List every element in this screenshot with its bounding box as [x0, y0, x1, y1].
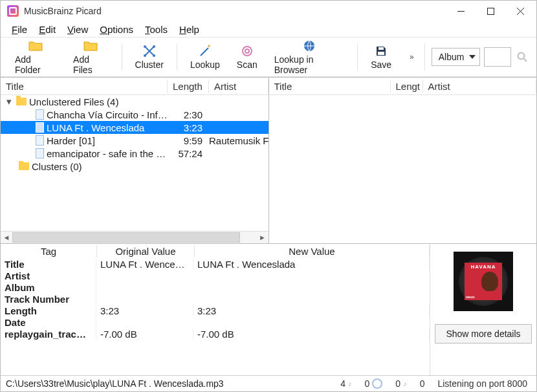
save-icon [375, 44, 387, 58]
add-files-button[interactable]: Add Files [67, 38, 115, 76]
audio-file-icon [36, 122, 44, 133]
globe-icon [303, 39, 315, 53]
svg-rect-9 [378, 52, 384, 55]
window-title: MusicBrainz Picard [24, 6, 102, 16]
left-columns: Title Length Artist [1, 78, 268, 95]
show-more-details-button[interactable]: Show more details [435, 324, 532, 343]
status-files: 4♪ [336, 378, 355, 389]
disclosure-icon[interactable]: ▾ [5, 96, 14, 107]
audio-file-icon [36, 148, 44, 158]
col-length[interactable]: Length [168, 80, 209, 93]
menu-view[interactable]: View [63, 23, 93, 36]
audio-file-icon [36, 109, 44, 120]
cluster-icon [143, 44, 156, 58]
lookup-browser-button[interactable]: Lookup in Browser [268, 38, 351, 76]
metadata-panel: Tag Original Value New Value TitleLUNA F… [1, 243, 536, 375]
col-title[interactable]: Title [269, 80, 391, 93]
tree-file[interactable]: Harder [01] 9:59 Rautemusik F [1, 134, 268, 147]
save-button[interactable]: Save [364, 43, 398, 71]
svg-point-2 [153, 45, 155, 48]
meta-row: Album [1, 281, 430, 293]
scroll-left-icon[interactable]: ◄ [1, 232, 12, 243]
scroll-right-icon[interactable]: ► [257, 232, 268, 243]
add-folder-button[interactable]: Add Folder [8, 38, 63, 76]
col-length[interactable]: Lengt [391, 80, 423, 93]
svg-rect-8 [378, 47, 384, 50]
right-pane: Title Lengt Artist [269, 78, 537, 243]
cover-art-panel: HAVANA vevo Show more details [430, 244, 536, 375]
lookup-button[interactable]: Lookup [184, 43, 226, 71]
meta-col-new[interactable]: New Value [195, 245, 430, 257]
meta-row: TitleLUNA Ft . Wencesl…LUNA Ft . Wencesl… [1, 258, 430, 270]
svg-point-1 [144, 45, 146, 48]
toolbar: Add Folder Add Files Cluster Lookup Scan… [1, 37, 536, 77]
menu-help[interactable]: Help [175, 23, 204, 36]
col-artist[interactable]: Artist [209, 80, 268, 93]
wand-icon [199, 44, 212, 58]
scan-button[interactable]: Scan [230, 43, 264, 71]
close-button[interactable] [505, 1, 535, 21]
meta-col-original[interactable]: Original Value [97, 245, 195, 257]
status-path: C:\Users\33tre\Music\play\LUNA Ft . Wenc… [6, 378, 331, 389]
combo-value: Album [439, 52, 465, 62]
toolbar-label: Save [371, 60, 391, 70]
album-tree [269, 95, 537, 243]
cluster-button[interactable]: Cluster [129, 43, 170, 71]
toolbar-label: Add Folder [15, 54, 56, 75]
toolbar-label: Lookup [190, 60, 220, 70]
minimize-button[interactable] [446, 1, 476, 21]
menu-file[interactable]: File [7, 23, 32, 36]
meta-row: Date [1, 316, 430, 328]
toolbar-label: Cluster [135, 60, 164, 70]
note-icon: ♪ [348, 380, 352, 387]
metadata-rows: TitleLUNA Ft . Wencesl…LUNA Ft . Wencesl… [1, 258, 430, 375]
left-scrollbar[interactable]: ◄ ► [1, 231, 268, 243]
tree-file[interactable]: Chancha Vía Circuito - Inf… 2:30 [1, 108, 268, 121]
status-pending-requests: 0 [416, 378, 429, 389]
toolbar-label: Lookup in Browser [274, 54, 344, 75]
scroll-thumb[interactable] [12, 232, 240, 243]
fingerprint-icon [241, 44, 254, 58]
svg-point-3 [144, 54, 146, 57]
tree-group-clusters[interactable]: Clusters (0) [1, 160, 268, 173]
tree-group-unclustered[interactable]: ▾Unclustered Files (4) [1, 95, 268, 108]
svg-point-4 [153, 54, 155, 57]
col-artist[interactable]: Artist [423, 80, 537, 93]
cover-art[interactable]: HAVANA vevo [454, 252, 513, 311]
menu-tools[interactable]: Tools [140, 23, 172, 36]
meta-row: Length3:233:23 [1, 305, 430, 316]
search-type-combo[interactable]: Album [432, 48, 481, 66]
svg-point-5 [243, 47, 252, 56]
folder-icon [83, 39, 98, 53]
left-pane: Title Length Artist ▾Unclustered Files (… [1, 78, 269, 243]
cover-badge: vevo [466, 295, 475, 299]
cd-icon [372, 378, 382, 389]
tree-file[interactable]: emancipator - safe in the … 57:24 [1, 147, 268, 160]
svg-rect-0 [487, 8, 494, 14]
menu-options[interactable]: Options [95, 23, 138, 36]
status-pending-files: 0♪ [391, 378, 410, 389]
toolbar-label: Add Files [73, 54, 109, 75]
tree-file-selected[interactable]: LUNA Ft . Wenceslada 3:23 [1, 121, 268, 134]
folder-open-icon [28, 39, 43, 53]
col-title[interactable]: Title [1, 80, 168, 93]
status-bar: C:\Users\33tre\Music\play\LUNA Ft . Wenc… [1, 375, 536, 391]
search-input[interactable] [484, 47, 511, 67]
svg-point-10 [518, 53, 524, 60]
right-columns: Title Lengt Artist [269, 78, 537, 95]
toolbar-label: Scan [237, 60, 258, 70]
meta-row: Track Number [1, 293, 430, 305]
maximize-button[interactable] [476, 1, 505, 21]
app-icon [7, 5, 19, 17]
meta-row: replaygain_trac…-7.00 dB-7.00 dB [1, 328, 430, 340]
file-tree: ▾Unclustered Files (4) Chancha Vía Circu… [1, 95, 268, 231]
status-listening: Listening on port 8000 [433, 378, 531, 389]
menu-edit[interactable]: Edit [34, 23, 60, 36]
svg-point-6 [245, 49, 249, 53]
meta-col-tag[interactable]: Tag [1, 245, 97, 257]
folder-icon [19, 162, 29, 170]
toolbar-overflow[interactable]: » [406, 52, 418, 61]
audio-file-icon [36, 135, 44, 146]
meta-row: Artist [1, 270, 430, 281]
search-button[interactable] [515, 50, 529, 64]
